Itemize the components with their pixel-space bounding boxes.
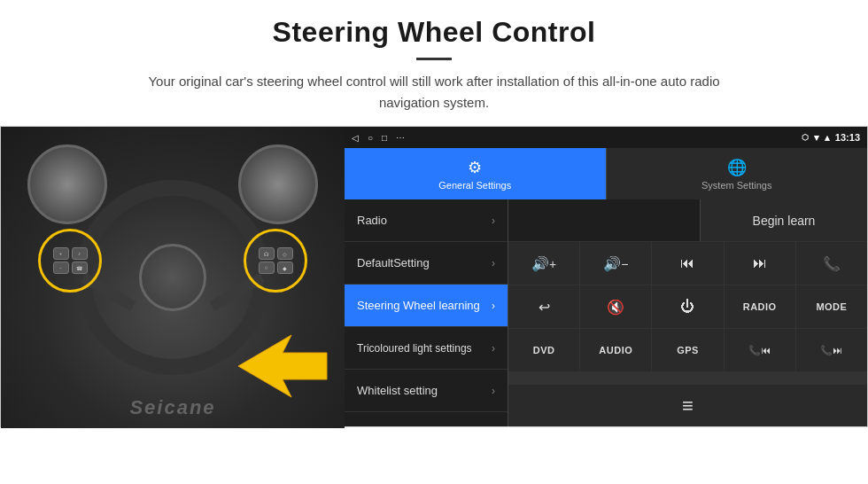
sw-btn-circle: ○ xyxy=(259,262,275,274)
subtitle-text: Your original car's steering wheel contr… xyxy=(124,71,744,113)
arrow-icon xyxy=(229,331,336,402)
tab-system-label: System Settings xyxy=(701,180,771,191)
mode-button[interactable]: MODE xyxy=(796,285,867,328)
dvd-button[interactable]: DVD xyxy=(508,329,579,371)
page-container: Steering Wheel Control Your original car… xyxy=(0,0,868,427)
left-menu: Radio › DefaultSetting › Steering Wheel … xyxy=(345,199,508,426)
wifi-icon: ▾ xyxy=(814,132,819,144)
audio-button[interactable]: AUDIO xyxy=(580,329,651,371)
next-track-icon: ⏭ xyxy=(753,255,767,271)
status-bar: ◁ ○ □ ⋯ ⬡ ▾ ▴ 13:13 xyxy=(345,127,867,148)
right-content: Begin learn 🔊+ 🔊− ⏮ xyxy=(508,199,867,426)
gps-button[interactable]: GPS xyxy=(652,329,723,371)
sw-btn-music: ♪ xyxy=(72,247,88,260)
phone-prev-button[interactable]: 📞⏮ xyxy=(725,329,795,371)
power-button[interactable]: ⏻ xyxy=(652,285,723,328)
vol-up-button[interactable]: 🔊+ xyxy=(508,242,579,285)
content-area: + ♪ - ☎ ☊ ◇ ○ ◆ xyxy=(0,126,868,427)
vol-down-icon: 🔊− xyxy=(603,255,628,272)
phone-button[interactable]: 📞 xyxy=(796,242,867,285)
page-title: Steering Wheel Control xyxy=(35,16,833,49)
mode-btn-label: MODE xyxy=(816,301,847,312)
vol-down-button[interactable]: 🔊− xyxy=(580,242,651,285)
arrow-container xyxy=(229,331,336,402)
tab-general-label: General Settings xyxy=(438,180,511,191)
phone-next-button[interactable]: 📞⏭ xyxy=(796,329,867,371)
menu-item-radio[interactable]: Radio › xyxy=(345,199,508,242)
back-nav-icon[interactable]: ◁ xyxy=(352,133,359,143)
system-settings-icon: 🌐 xyxy=(727,158,747,177)
sw-btn-plus: + xyxy=(53,247,69,260)
gps-btn-label: GPS xyxy=(677,345,699,355)
chevron-right-icon-2: › xyxy=(492,257,495,269)
chevron-right-icon: › xyxy=(492,215,495,227)
audio-btn-label: AUDIO xyxy=(599,345,632,355)
chevron-right-icon-5: › xyxy=(492,385,495,397)
top-row: Begin learn xyxy=(508,199,867,242)
phone-icon: 📞 xyxy=(823,255,841,272)
tab-system-settings[interactable]: 🌐 System Settings xyxy=(606,148,868,199)
menu-item-whitelist[interactable]: Whitelist setting › xyxy=(345,370,508,412)
yellow-circle-left: + ♪ - ☎ xyxy=(38,229,102,293)
menu-radio-label: Radio xyxy=(357,214,492,227)
sw-btn-tele: ☊ xyxy=(259,247,275,260)
vol-up-icon: 🔊+ xyxy=(531,255,556,272)
begin-learn-button[interactable]: Begin learn xyxy=(701,199,867,241)
prev-track-icon: ⏮ xyxy=(680,255,694,271)
dvd-btn-label: DVD xyxy=(533,345,555,355)
chevron-right-icon-4: › xyxy=(492,342,495,355)
last-row: ≡ xyxy=(508,384,867,426)
sw-btn-arrow: ◇ xyxy=(277,247,293,260)
yellow-circle-right: ☊ ◇ ○ ◆ xyxy=(244,229,307,293)
back-icon: ↩ xyxy=(539,299,550,316)
tab-general-settings[interactable]: ⚙ General Settings xyxy=(345,148,606,199)
list-icon: ≡ xyxy=(682,394,694,418)
button-grid: 🔊+ 🔊− ⏮ ⏭ 📞 xyxy=(508,242,867,384)
power-icon: ⏻ xyxy=(680,299,694,315)
android-panel: ◁ ○ □ ⋯ ⬡ ▾ ▴ 13:13 ⚙ General Settings xyxy=(345,127,867,426)
watermark: Seicane xyxy=(129,396,215,419)
settings-gear-icon: ⚙ xyxy=(468,158,482,177)
gauge-left xyxy=(27,144,107,224)
sw-btn-minus: - xyxy=(53,262,69,274)
sw-btn-phone: ☎ xyxy=(72,262,88,274)
gauge-right xyxy=(238,144,318,224)
btn-group-top-right: ☊ ◇ xyxy=(259,247,293,260)
mute-icon: 🔇 xyxy=(607,299,624,316)
status-bar-left: ◁ ○ □ ⋯ xyxy=(352,133,405,143)
back-button[interactable]: ↩ xyxy=(508,285,579,328)
car-image-section: + ♪ - ☎ ☊ ◇ ○ ◆ xyxy=(1,127,345,428)
radio-btn-label: RADIO xyxy=(743,301,777,312)
mute-button[interactable]: 🔇 xyxy=(580,285,651,328)
phone-next-icon: 📞⏭ xyxy=(820,345,842,356)
menu-item-defaultsetting[interactable]: DefaultSetting › xyxy=(345,242,508,285)
menu-item-steering[interactable]: Steering Wheel learning › xyxy=(345,285,508,327)
btn-group-bot-right: ○ ◆ xyxy=(259,262,293,274)
phone-prev-icon: 📞⏮ xyxy=(748,345,771,356)
time-display: 13:13 xyxy=(835,132,860,143)
header-section: Steering Wheel Control Your original car… xyxy=(0,0,868,126)
chevron-right-icon-3: › xyxy=(492,300,495,312)
menu-whitelist-label: Whitelist setting xyxy=(357,384,492,397)
status-bar-right: ⬡ ▾ ▴ 13:13 xyxy=(802,132,860,144)
menu-tricoloured-label: Tricoloured light settings xyxy=(357,342,492,355)
blank-display-area xyxy=(508,199,701,241)
prev-track-button[interactable]: ⏮ xyxy=(652,242,723,285)
title-divider xyxy=(416,58,452,60)
menu-item-tricoloured[interactable]: Tricoloured light settings › xyxy=(345,327,508,370)
signal-icon: ▴ xyxy=(825,132,830,144)
menu-nav-icon[interactable]: ⋯ xyxy=(396,133,405,143)
location-icon: ⬡ xyxy=(802,133,809,142)
home-nav-icon[interactable]: ○ xyxy=(368,133,373,143)
next-track-button[interactable]: ⏭ xyxy=(725,242,795,285)
recents-nav-icon[interactable]: □ xyxy=(382,133,387,143)
panel-body: Radio › DefaultSetting › Steering Wheel … xyxy=(345,199,867,426)
sw-btn-diamond: ◆ xyxy=(277,262,293,274)
btn-group-top-left: + ♪ xyxy=(53,247,88,260)
radio-btn[interactable]: RADIO xyxy=(725,285,795,328)
btn-group-bot-left: - ☎ xyxy=(53,262,88,274)
menu-steering-label: Steering Wheel learning xyxy=(357,299,492,312)
menu-defaultsetting-label: DefaultSetting xyxy=(357,256,492,269)
tab-bar: ⚙ General Settings 🌐 System Settings xyxy=(345,148,867,199)
